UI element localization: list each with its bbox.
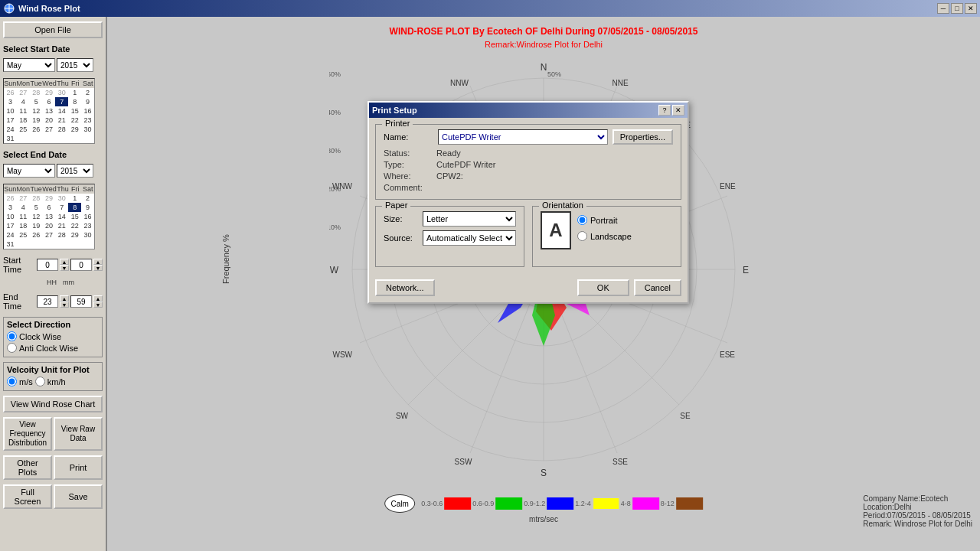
cal-cell[interactable]: 19 <box>30 116 43 125</box>
paper-size-select[interactable]: Letter <box>423 211 516 227</box>
end-mm-down[interactable]: ▼ <box>93 302 103 308</box>
ok-button[interactable]: OK <box>577 279 629 296</box>
clockwise-radio[interactable] <box>7 331 17 341</box>
kmh-radio[interactable] <box>35 377 45 386</box>
cal-cell[interactable]: 4 <box>17 203 30 212</box>
cal-cell[interactable]: 1 <box>68 88 81 97</box>
cal-cell[interactable]: 16 <box>81 212 94 221</box>
cal-cell[interactable]: 7 <box>55 203 68 212</box>
cal-cell[interactable]: 16 <box>81 106 94 116</box>
cal-cell[interactable]: 11 <box>17 212 30 221</box>
cal-cell[interactable]: 27 <box>43 125 56 134</box>
cal-cell[interactable]: 22 <box>68 116 81 125</box>
cal-cell[interactable]: 29 <box>68 230 81 240</box>
cal-cell[interactable]: 30 <box>81 125 94 134</box>
anticlockwise-radio[interactable] <box>7 343 17 353</box>
cal-cell[interactable]: 25 <box>17 125 30 134</box>
cal-cell[interactable]: 28 <box>30 88 43 97</box>
network-button[interactable]: Network... <box>375 279 435 296</box>
start-hh-up[interactable]: ▲ <box>60 259 69 265</box>
maximize-button[interactable]: □ <box>951 3 963 14</box>
cal-cell[interactable]: 29 <box>68 125 81 134</box>
cal-cell[interactable]: 19 <box>30 221 43 230</box>
cal-cell[interactable]: 13 <box>43 106 56 116</box>
cal-cell[interactable]: 31 <box>4 240 17 249</box>
start-month-select[interactable]: May <box>3 58 55 72</box>
full-screen-button[interactable]: Full Screen <box>3 484 52 509</box>
start-time-mm-input[interactable] <box>70 259 92 271</box>
cal-cell[interactable]: 17 <box>4 221 17 230</box>
cal-cell[interactable]: 23 <box>81 221 94 230</box>
cal-cell[interactable]: 27 <box>43 230 56 240</box>
cal-cell[interactable]: 29 <box>43 194 56 203</box>
cal-cell[interactable]: 12 <box>30 212 43 221</box>
cal-cell[interactable]: 30 <box>55 88 68 97</box>
dialog-close-button[interactable]: ✕ <box>672 105 684 116</box>
cal-cell[interactable]: 17 <box>4 116 17 125</box>
cal-cell[interactable]: 29 <box>43 88 56 97</box>
cal-cell[interactable]: 8 <box>68 97 81 106</box>
cal-cell-selected[interactable]: 8 <box>68 203 81 212</box>
cal-cell[interactable]: 18 <box>17 116 30 125</box>
dialog-help-button[interactable]: ? <box>658 105 671 116</box>
cal-cell[interactable]: 13 <box>43 212 56 221</box>
cal-cell[interactable]: 15 <box>68 106 81 116</box>
cal-cell[interactable]: 30 <box>55 194 68 203</box>
cal-cell[interactable]: 20 <box>43 116 56 125</box>
ms-radio[interactable] <box>7 377 17 386</box>
cal-cell[interactable]: 25 <box>17 230 30 240</box>
cal-cell[interactable]: 6 <box>43 203 56 212</box>
cal-cell[interactable]: 21 <box>55 221 68 230</box>
cal-cell[interactable]: 3 <box>4 97 17 106</box>
cal-cell[interactable]: 28 <box>55 125 68 134</box>
end-mm-up[interactable]: ▲ <box>93 295 103 302</box>
cal-cell[interactable]: 18 <box>17 221 30 230</box>
view-freq-button[interactable]: View Frequency Distribution <box>3 417 52 451</box>
cal-cell[interactable]: 24 <box>4 230 17 240</box>
cal-cell[interactable]: 26 <box>30 230 43 240</box>
cal-cell[interactable]: 4 <box>17 97 30 106</box>
cal-cell[interactable]: 26 <box>4 194 17 203</box>
start-hh-down[interactable]: ▼ <box>60 265 69 271</box>
print-button[interactable]: Print <box>54 455 103 480</box>
portrait-radio[interactable] <box>577 215 587 225</box>
cal-cell[interactable]: 5 <box>30 203 43 212</box>
end-month-select[interactable]: May <box>3 164 55 178</box>
cal-cell[interactable]: 20 <box>43 221 56 230</box>
landscape-radio[interactable] <box>577 231 587 241</box>
cancel-button[interactable]: Cancel <box>634 279 681 296</box>
cal-cell[interactable]: 9 <box>81 203 94 212</box>
view-raw-button[interactable]: View Raw Data <box>54 417 103 451</box>
cal-cell[interactable]: 12 <box>30 106 43 116</box>
cal-cell[interactable]: 15 <box>68 212 81 221</box>
cal-cell[interactable]: 28 <box>30 194 43 203</box>
minimize-button[interactable]: ─ <box>937 3 949 14</box>
end-hh-down[interactable]: ▼ <box>60 302 69 308</box>
printer-select[interactable]: CutePDF Writer <box>438 129 608 145</box>
cal-cell[interactable]: 23 <box>81 116 94 125</box>
end-hh-up[interactable]: ▲ <box>60 295 69 302</box>
view-chart-button[interactable]: View Wind Rose Chart <box>3 396 103 412</box>
paper-source-select[interactable]: Automatically Select <box>423 230 516 246</box>
cal-cell[interactable]: 26 <box>30 125 43 134</box>
cal-cell[interactable]: 28 <box>55 230 68 240</box>
open-file-button[interactable]: Open File <box>3 21 103 38</box>
cal-cell[interactable]: 5 <box>30 97 43 106</box>
cal-cell[interactable]: 2 <box>81 88 94 97</box>
save-button[interactable]: Save <box>54 484 103 509</box>
cal-cell[interactable]: 6 <box>43 97 56 106</box>
cal-cell[interactable]: 1 <box>68 194 81 203</box>
cal-cell[interactable]: 24 <box>4 125 17 134</box>
cal-cell[interactable]: 21 <box>55 116 68 125</box>
start-mm-down[interactable]: ▼ <box>93 265 103 271</box>
cal-cell[interactable]: 31 <box>4 134 17 143</box>
cal-cell[interactable]: 14 <box>55 106 68 116</box>
other-plots-button[interactable]: Other Plots <box>3 455 52 480</box>
cal-cell[interactable]: 27 <box>17 194 30 203</box>
cal-cell[interactable]: 26 <box>4 88 17 97</box>
end-year-select[interactable]: 2015 <box>57 164 93 178</box>
cal-cell[interactable]: 14 <box>55 212 68 221</box>
cal-cell[interactable]: 2 <box>81 194 94 203</box>
cal-cell[interactable]: 10 <box>4 212 17 221</box>
start-mm-up[interactable]: ▲ <box>93 259 103 265</box>
